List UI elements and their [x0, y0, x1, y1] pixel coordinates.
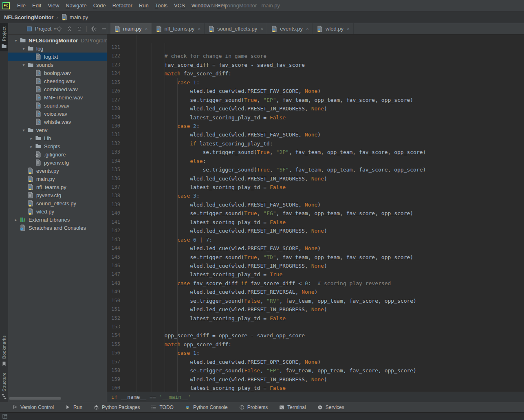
code-line-127[interactable]: 127 se.trigger_sound(True, "EP", fav_tea…	[107, 96, 524, 104]
code-line-144[interactable]: 144 wled.led_cue(wled.PRESET_FAV_SCORE, …	[107, 244, 524, 253]
chevron-collapsed-icon[interactable]: ▸	[28, 144, 35, 149]
tree-item--gitignore[interactable]: .gitignore	[8, 150, 107, 158]
tree-item-sound-wav[interactable]: ?sound.wav	[8, 101, 107, 110]
code-line-155[interactable]: 155 match opp_score_diff:	[107, 340, 524, 349]
tree-item-venv[interactable]: ▾venv	[8, 126, 107, 134]
menu-navigate[interactable]: Navigate	[62, 1, 90, 10]
code-line-158[interactable]: 158 se.trigger_sound(False, "EP", fav_te…	[107, 366, 524, 375]
tree-item-whistle-wav[interactable]: ?whistle.wav	[8, 118, 107, 126]
tree-item-events-py[interactable]: events.py	[8, 167, 107, 175]
sticky-context-line[interactable]: if __name__ == '__main__'	[107, 392, 524, 402]
menu-file[interactable]: File	[14, 1, 29, 10]
chevron-expanded-icon[interactable]: ▾	[20, 128, 27, 132]
code-line-153[interactable]: 153	[107, 323, 524, 331]
collapse-all-icon[interactable]	[76, 26, 83, 32]
chevron-expanded-icon[interactable]: ▾	[12, 38, 20, 43]
stripe-button-bookmarks[interactable]: Bookmarks	[0, 332, 8, 369]
tree-item-sound-effects-py[interactable]: sound_effects.py	[8, 199, 107, 207]
tool-window-button-services[interactable]: Services	[317, 405, 344, 410]
code-line-141[interactable]: 141 latest_scoring_play_td = False	[107, 218, 524, 226]
menu-run[interactable]: Run	[136, 1, 152, 10]
code-line-124[interactable]: 124 match fav_score_diff:	[107, 69, 524, 78]
tree-item-booing-wav[interactable]: ?booing.wav	[8, 69, 107, 77]
tree-item-external-libraries[interactable]: ▸External Libraries	[8, 215, 107, 224]
code-line-149[interactable]: 149 wled.led_cue(wled.PRESET_REVERSAL, N…	[107, 288, 524, 296]
close-tab-icon[interactable]: ×	[145, 26, 148, 32]
code-line-148[interactable]: 148 case fav_score_diff if fav_score_dif…	[107, 279, 524, 288]
code-line-151[interactable]: 151 wled.led_cue(wled.PRESET_IN_PROGRESS…	[107, 305, 524, 314]
menu-view[interactable]: View	[44, 1, 62, 10]
code-line-143[interactable]: 143 case 6 | 7:	[107, 235, 524, 244]
tree-item-lib[interactable]: ▸Lib	[8, 134, 107, 142]
settings-icon[interactable]	[90, 26, 97, 32]
expand-all-icon[interactable]	[66, 26, 73, 32]
tree-item-pyvenv-cfg[interactable]: pyvenv.cfg	[8, 191, 107, 199]
code-line-122[interactable]: 122 # check for change in game score	[107, 52, 524, 60]
code-line-147[interactable]: 147 latest_scoring_play_td = True	[107, 270, 524, 279]
tree-item-log[interactable]: ▾log	[8, 44, 107, 53]
chevron-collapsed-icon[interactable]: ▸	[12, 218, 20, 222]
code-line-146[interactable]: 146 wled.led_cue(wled.PRESET_IN_PROGRESS…	[107, 262, 524, 270]
menu-code[interactable]: Code	[90, 1, 109, 10]
tool-window-button-run[interactable]: Run	[65, 405, 82, 410]
code-line-140[interactable]: 140 se.trigger_sound(True, "FG", fav_tea…	[107, 209, 524, 218]
horizontal-scrollbar[interactable]	[9, 397, 61, 400]
code-line-157[interactable]: 157 wled.led_cue(wled.PRESET_OPP_SCORE, …	[107, 358, 524, 366]
code-line-121[interactable]: 121	[107, 43, 524, 52]
code-line-135[interactable]: 135 se.trigger_sound(True, "SF", fav_tea…	[107, 165, 524, 174]
editor-tab-wled-py[interactable]: wled.py×	[313, 23, 354, 34]
tree-item-nfl-teams-py[interactable]: nfl_teams.py	[8, 183, 107, 191]
stripe-button-project[interactable]: Project	[0, 23, 8, 51]
stripe-button-structure[interactable]: Structure	[0, 369, 8, 402]
code-line-156[interactable]: 156 case 1:	[107, 349, 524, 357]
tree-item-scripts[interactable]: ▸Scripts	[8, 142, 107, 150]
code-line-159[interactable]: 159 wled.led_cue(wled.PRESET_IN_PROGRESS…	[107, 375, 524, 384]
menu-vcs[interactable]: VCS	[171, 1, 188, 10]
locate-icon[interactable]	[56, 26, 62, 32]
editor-tab-nfl_teams-py[interactable]: nfl_teams.py×	[152, 23, 205, 34]
code-line-128[interactable]: 128 wled.led_cue(wled.PRESET_IN_PROGRESS…	[107, 104, 524, 113]
code-line-138[interactable]: 138 case 3:	[107, 191, 524, 200]
code-line-125[interactable]: 125 case 1:	[107, 78, 524, 87]
code-line-126[interactable]: 126 wled.led_cue(wled.PRESET_FAV_SCORE, …	[107, 87, 524, 95]
tree-item-mnftheme-wav[interactable]: ?MNFTheme.wav	[8, 93, 107, 101]
code-line-123[interactable]: 123 fav_score_diff = fav_score - saved_f…	[107, 61, 524, 69]
code-line-145[interactable]: 145 se.trigger_sound(True, "TD", fav_tea…	[107, 253, 524, 262]
chevron-expanded-icon[interactable]: ▾	[20, 63, 27, 67]
code-line-160[interactable]: 160 latest_scoring_play_td = False	[107, 384, 524, 392]
code-line-142[interactable]: 142 wled.led_cue(wled.PRESET_IN_PROGRESS…	[107, 226, 524, 235]
code-line-131[interactable]: 131 wled.led_cue(wled.PRESET_FAV_SCORE, …	[107, 130, 524, 139]
code-line-136[interactable]: 136 wled.led_cue(wled.PRESET_IN_PROGRESS…	[107, 174, 524, 183]
code-editor[interactable]: 121122 # check for change in game score1…	[107, 35, 524, 392]
close-tab-icon[interactable]: ×	[198, 26, 200, 32]
close-tab-icon[interactable]: ×	[260, 26, 263, 32]
menu-refactor[interactable]: Refactor	[109, 1, 136, 10]
code-line-137[interactable]: 137 latest_scoring_play_td = False	[107, 183, 524, 191]
editor-tab-main-py[interactable]: main.py×	[110, 23, 152, 34]
tree-item-pyvenv-cfg[interactable]: pyvenv.cfg	[8, 158, 107, 167]
code-line-139[interactable]: 139 wled.led_cue(wled.PRESET_FAV_SCORE, …	[107, 200, 524, 209]
code-line-154[interactable]: 154 opp_score_diff = opp_score - saved_o…	[107, 331, 524, 340]
tree-item-nflscoringmonitor[interactable]: ▾NFLScoringMonitorD:\Programming	[8, 36, 107, 44]
code-line-130[interactable]: 130 case 2:	[107, 122, 524, 130]
window-switcher-icon[interactable]	[2, 413, 8, 420]
code-line-132[interactable]: 132 if latest_scoring_play_td:	[107, 139, 524, 148]
menu-window[interactable]: Window	[188, 1, 214, 10]
close-tab-icon[interactable]: ×	[306, 26, 309, 32]
editor-tab-sound_effects-py[interactable]: sound_effects.py×	[205, 23, 267, 34]
breadcrumb-file[interactable]: main.py	[70, 14, 88, 20]
code-line-133[interactable]: 133 se.trigger_sound(True, "2P", fav_tea…	[107, 148, 524, 156]
tool-window-button-todo[interactable]: TODO	[151, 405, 173, 410]
menu-edit[interactable]: Edit	[29, 1, 44, 10]
tree-item-main-py[interactable]: main.py	[8, 175, 107, 183]
code-line-129[interactable]: 129 latest_scoring_play_td = False	[107, 113, 524, 122]
code-line-134[interactable]: 134 else:	[107, 157, 524, 165]
tool-window-button-python-console[interactable]: Python Console	[185, 405, 228, 410]
tree-item-wled-py[interactable]: wled.py	[8, 207, 107, 215]
code-line-150[interactable]: 150 se.trigger_sound(False, "RV", fav_te…	[107, 297, 524, 305]
hide-icon[interactable]	[101, 26, 107, 32]
tool-window-button-python-packages[interactable]: Python Packages	[94, 405, 140, 410]
tree-item-voice-wav[interactable]: ?voice.wav	[8, 110, 107, 118]
tree-item-log-txt[interactable]: log.txt	[8, 53, 107, 61]
tree-item-cheering-wav[interactable]: ?cheering.wav	[8, 77, 107, 85]
